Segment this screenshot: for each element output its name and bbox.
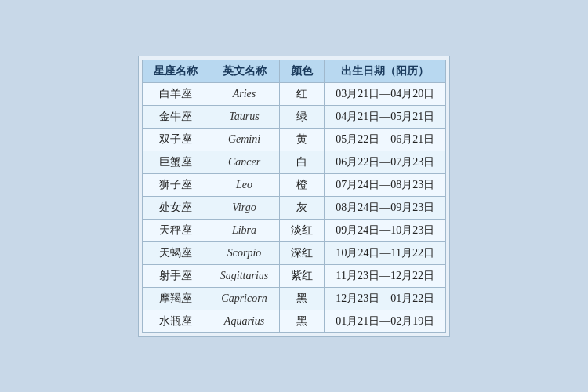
cell-dates: 06月22日—07月23日 [325,151,446,173]
table-row: 摩羯座Capricorn黑12月23日—01月22日 [142,287,445,310]
cell-color: 白 [280,151,325,173]
cell-chinese-name: 处女座 [142,196,209,219]
cell-color: 黄 [280,128,325,151]
cell-color: 黑 [280,287,325,310]
cell-english-name: Scorpio [209,241,279,264]
table-row: 天秤座Libra淡红09月24日—10月23日 [142,219,445,241]
cell-color: 灰 [280,196,325,219]
table-row: 金牛座Taurus绿04月21日—05月21日 [142,105,445,128]
cell-chinese-name: 双子座 [142,128,209,151]
cell-english-name: Taurus [209,105,279,128]
cell-chinese-name: 金牛座 [142,105,209,128]
table-row: 处女座Virgo灰08月24日—09月23日 [142,196,445,219]
cell-chinese-name: 水瓶座 [142,310,209,332]
cell-english-name: Aquarius [209,310,279,332]
cell-dates: 11月23日—12月22日 [325,264,446,287]
cell-dates: 10月24日—11月22日 [325,241,446,264]
cell-color: 红 [280,82,325,105]
cell-english-name: Aries [209,82,279,105]
cell-dates: 03月21日—04月20日 [325,82,446,105]
cell-dates: 07月24日—08月23日 [325,173,446,196]
cell-english-name: Capricorn [209,287,279,310]
cell-color: 黑 [280,310,325,332]
cell-color: 淡红 [280,219,325,241]
zodiac-table-container: 星座名称 英文名称 颜色 出生日期（阳历） 白羊座Aries红03月21日—04… [138,56,450,337]
cell-chinese-name: 射手座 [142,264,209,287]
cell-dates: 01月21日—02月19日 [325,310,446,332]
table-row: 狮子座Leo橙07月24日—08月23日 [142,173,445,196]
header-dates: 出生日期（阳历） [325,60,446,82]
cell-color: 紫红 [280,264,325,287]
cell-english-name: Cancer [209,151,279,173]
table-row: 双子座Gemini黄05月22日—06月21日 [142,128,445,151]
cell-chinese-name: 巨蟹座 [142,151,209,173]
cell-english-name: Gemini [209,128,279,151]
cell-english-name: Sagittarius [209,264,279,287]
cell-english-name: Libra [209,219,279,241]
cell-dates: 05月22日—06月21日 [325,128,446,151]
cell-dates: 08月24日—09月23日 [325,196,446,219]
table-row: 巨蟹座Cancer白06月22日—07月23日 [142,151,445,173]
table-row: 射手座Sagittarius紫红11月23日—12月22日 [142,264,445,287]
cell-english-name: Virgo [209,196,279,219]
cell-color: 橙 [280,173,325,196]
cell-dates: 04月21日—05月21日 [325,105,446,128]
header-chinese-name: 星座名称 [142,60,209,82]
cell-dates: 09月24日—10月23日 [325,219,446,241]
header-english-name: 英文名称 [209,60,279,82]
cell-dates: 12月23日—01月22日 [325,287,446,310]
table-row: 天蝎座Scorpio深红10月24日—11月22日 [142,241,445,264]
table-row: 水瓶座Aquarius黑01月21日—02月19日 [142,310,445,332]
cell-chinese-name: 狮子座 [142,173,209,196]
cell-english-name: Leo [209,173,279,196]
cell-color: 绿 [280,105,325,128]
table-row: 白羊座Aries红03月21日—04月20日 [142,82,445,105]
table-header-row: 星座名称 英文名称 颜色 出生日期（阳历） [142,60,445,82]
zodiac-table: 星座名称 英文名称 颜色 出生日期（阳历） 白羊座Aries红03月21日—04… [142,60,446,333]
cell-chinese-name: 白羊座 [142,82,209,105]
cell-color: 深红 [280,241,325,264]
cell-chinese-name: 摩羯座 [142,287,209,310]
cell-chinese-name: 天蝎座 [142,241,209,264]
cell-chinese-name: 天秤座 [142,219,209,241]
header-color: 颜色 [280,60,325,82]
